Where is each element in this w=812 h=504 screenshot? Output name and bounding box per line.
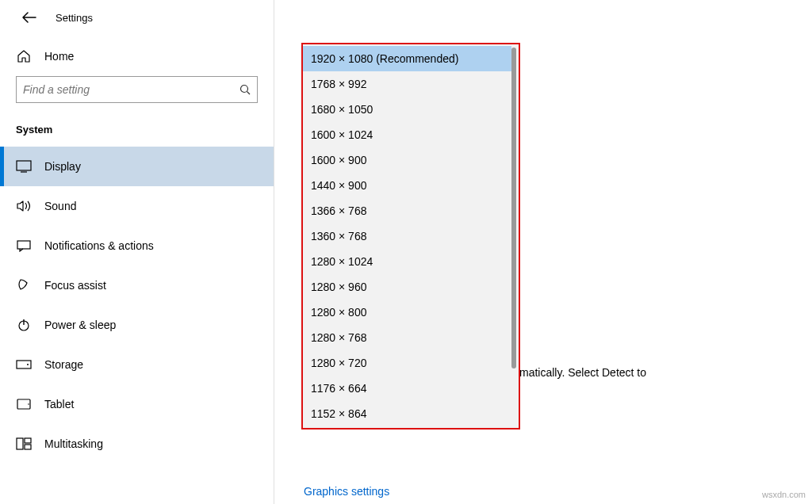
notifications-icon [16, 239, 32, 252]
resolution-option[interactable]: 1280 × 720 [303, 350, 511, 376]
sidebar-item-notifications[interactable]: Notifications & actions [0, 226, 274, 265]
sidebar-item-label: Multitasking [44, 437, 103, 450]
multitasking-icon [16, 437, 32, 450]
storage-icon [16, 360, 32, 369]
home-label: Home [44, 50, 74, 63]
resolution-list: 1920 × 1080 (Recommended) 1768 × 992 168… [303, 44, 511, 428]
main-panel: 1920 × 1080 (Recommended) 1768 × 992 168… [274, 35, 812, 504]
sidebar: Home System Display Sound [0, 35, 274, 504]
watermark: wsxdn.com [762, 490, 806, 499]
svg-point-8 [27, 364, 29, 365]
svg-rect-4 [17, 241, 30, 249]
sidebar-item-label: Sound [44, 200, 76, 212]
resolution-dropdown[interactable]: 1920 × 1080 (Recommended) 1768 × 992 168… [301, 43, 520, 430]
sidebar-item-display[interactable]: Display [0, 147, 274, 186]
display-icon [16, 160, 32, 173]
sidebar-item-label: Display [44, 160, 81, 173]
search-icon [239, 84, 251, 95]
resolution-option[interactable]: 1280 × 960 [303, 274, 511, 300]
home-icon [16, 49, 32, 63]
sidebar-item-multitasking[interactable]: Multitasking [0, 424, 274, 464]
resolution-option[interactable]: 1280 × 800 [303, 300, 511, 325]
sidebar-item-power-sleep[interactable]: Power & sleep [0, 305, 274, 345]
sidebar-item-storage[interactable]: Storage [0, 345, 274, 384]
svg-rect-7 [17, 361, 31, 368]
graphics-settings-link[interactable]: Graphics settings [304, 485, 389, 498]
scrollbar-thumb[interactable] [511, 48, 516, 368]
svg-rect-12 [25, 438, 31, 443]
resolution-option[interactable]: 1152 × 864 [303, 401, 511, 426]
sidebar-item-focus-assist[interactable]: Focus assist [0, 265, 274, 305]
sidebar-item-label: Tablet [44, 398, 74, 410]
resolution-option[interactable]: 1280 × 768 [303, 325, 511, 350]
detect-text-fragment: matically. Select Detect to [519, 366, 646, 379]
sidebar-item-label: Notifications & actions [44, 239, 154, 252]
sidebar-item-label: Power & sleep [44, 319, 116, 331]
resolution-option[interactable]: 1440 × 900 [303, 173, 511, 198]
sidebar-item-label: Focus assist [44, 279, 106, 292]
back-button[interactable] [16, 9, 43, 26]
svg-rect-13 [25, 445, 31, 449]
power-icon [16, 318, 32, 332]
category-header: System [0, 117, 274, 147]
header-title: Settings [56, 12, 93, 24]
sidebar-item-tablet[interactable]: Tablet [0, 384, 274, 424]
resolution-option[interactable]: 1176 × 664 [303, 376, 511, 401]
svg-rect-11 [17, 438, 23, 449]
sidebar-item-label: Storage [44, 358, 83, 371]
home-nav[interactable]: Home [0, 41, 274, 76]
dropdown-scrollbar[interactable] [511, 48, 516, 425]
resolution-option[interactable]: 1680 × 1050 [303, 97, 511, 122]
svg-point-0 [241, 86, 248, 93]
svg-rect-2 [17, 161, 31, 170]
sidebar-item-sound[interactable]: Sound [0, 186, 274, 226]
resolution-option[interactable]: 1768 × 992 [303, 71, 511, 97]
resolution-option[interactable]: 1366 × 768 [303, 198, 511, 223]
tablet-icon [16, 398, 32, 410]
sound-icon [16, 200, 32, 212]
svg-line-1 [247, 92, 251, 95]
search-box[interactable] [16, 76, 258, 103]
resolution-option[interactable]: 1280 × 1024 [303, 249, 511, 274]
resolution-option[interactable]: 1600 × 1024 [303, 122, 511, 147]
resolution-option[interactable]: 1920 × 1080 (Recommended) [303, 46, 511, 71]
resolution-option[interactable]: 1600 × 900 [303, 147, 511, 173]
svg-point-10 [28, 403, 29, 405]
focus-assist-icon [16, 278, 32, 292]
arrow-left-icon [22, 12, 36, 23]
resolution-option[interactable]: 1360 × 768 [303, 223, 511, 249]
search-input[interactable] [23, 83, 239, 96]
